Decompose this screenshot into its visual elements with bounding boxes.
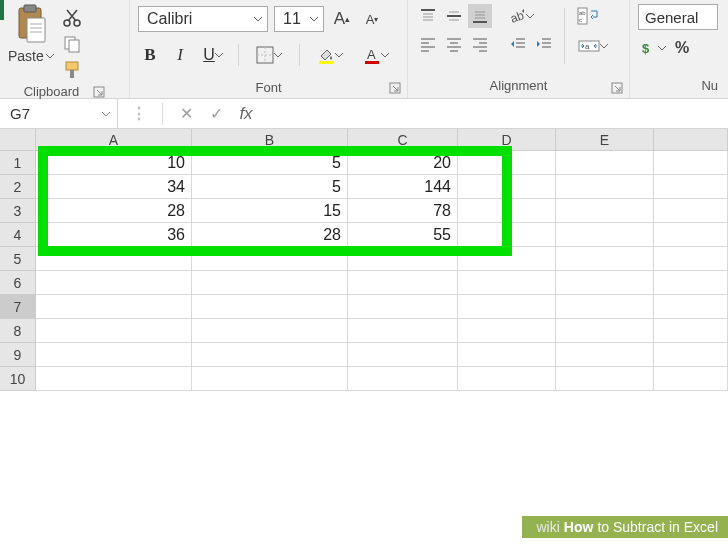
align-middle-icon[interactable] (442, 4, 466, 28)
row-header[interactable]: 3 (0, 199, 36, 223)
cell[interactable] (458, 271, 556, 295)
font-size-combo[interactable]: 11 (274, 6, 324, 32)
cell[interactable] (36, 271, 192, 295)
bold-button[interactable]: B (138, 43, 162, 67)
cell[interactable]: 28 (36, 199, 192, 223)
increase-indent-icon[interactable] (532, 32, 556, 56)
cell[interactable] (458, 223, 556, 247)
merge-center-button[interactable]: a (573, 34, 613, 58)
cell[interactable]: 28 (192, 223, 348, 247)
select-all-corner[interactable] (0, 129, 36, 151)
dialog-launcher-icon[interactable] (389, 82, 401, 94)
cell[interactable]: 20 (348, 151, 458, 175)
row-header[interactable]: 8 (0, 319, 36, 343)
cell[interactable]: 5 (192, 175, 348, 199)
decrease-indent-icon[interactable] (506, 32, 530, 56)
fill-color-button[interactable] (310, 43, 350, 67)
cell[interactable] (654, 271, 728, 295)
align-bottom-icon[interactable] (468, 4, 492, 28)
cell[interactable] (348, 271, 458, 295)
cell[interactable]: 10 (36, 151, 192, 175)
cell[interactable] (556, 343, 654, 367)
cell[interactable] (458, 343, 556, 367)
col-header[interactable]: D (458, 129, 556, 151)
borders-button[interactable] (249, 43, 289, 67)
cell[interactable] (556, 247, 654, 271)
enter-icon[interactable]: ✓ (203, 104, 229, 123)
decrease-font-icon[interactable]: A▾ (360, 7, 384, 31)
cell[interactable] (556, 271, 654, 295)
cell[interactable] (654, 367, 728, 391)
dialog-launcher-icon[interactable] (93, 86, 105, 98)
cell[interactable] (654, 151, 728, 175)
format-painter-icon[interactable] (62, 60, 82, 80)
col-header[interactable]: E (556, 129, 654, 151)
dots-icon[interactable]: ⋮ (126, 104, 152, 123)
cell[interactable] (192, 247, 348, 271)
cell[interactable] (654, 247, 728, 271)
cell[interactable] (348, 343, 458, 367)
cell[interactable] (192, 295, 348, 319)
cell[interactable] (36, 247, 192, 271)
row-header[interactable]: 4 (0, 223, 36, 247)
row-header[interactable]: 10 (0, 367, 36, 391)
cell[interactable] (556, 295, 654, 319)
font-color-button[interactable]: A (356, 43, 396, 67)
cell[interactable] (458, 199, 556, 223)
dialog-launcher-icon[interactable] (611, 82, 623, 94)
cancel-icon[interactable]: ✕ (173, 104, 199, 123)
orientation-button[interactable]: ab (506, 4, 536, 28)
cell[interactable]: 78 (348, 199, 458, 223)
cell[interactable] (654, 295, 728, 319)
col-header[interactable]: A (36, 129, 192, 151)
cell[interactable] (654, 199, 728, 223)
underline-button[interactable]: U (198, 43, 228, 67)
align-left-icon[interactable] (416, 32, 440, 56)
cell[interactable] (654, 319, 728, 343)
cell[interactable] (458, 247, 556, 271)
cell[interactable] (654, 343, 728, 367)
font-name-combo[interactable]: Calibri (138, 6, 268, 32)
cell[interactable] (556, 175, 654, 199)
cell[interactable] (348, 319, 458, 343)
cell[interactable]: 36 (36, 223, 192, 247)
col-header[interactable]: B (192, 129, 348, 151)
cell[interactable]: 34 (36, 175, 192, 199)
cell[interactable] (556, 223, 654, 247)
cell[interactable]: 5 (192, 151, 348, 175)
copy-icon[interactable] (62, 34, 82, 54)
increase-font-icon[interactable]: A▴ (330, 7, 354, 31)
name-box[interactable]: G7 (0, 99, 118, 128)
cell[interactable] (192, 319, 348, 343)
col-header[interactable]: C (348, 129, 458, 151)
cell[interactable] (192, 343, 348, 367)
col-header[interactable] (654, 129, 728, 151)
wrap-text-button[interactable]: abc (573, 4, 603, 28)
align-center-icon[interactable] (442, 32, 466, 56)
accounting-format-button[interactable]: $ (638, 36, 668, 60)
cell[interactable] (556, 319, 654, 343)
align-right-icon[interactable] (468, 32, 492, 56)
row-header[interactable]: 5 (0, 247, 36, 271)
row-header[interactable]: 2 (0, 175, 36, 199)
row-header[interactable]: 9 (0, 343, 36, 367)
row-header[interactable]: 6 (0, 271, 36, 295)
paste-button[interactable]: Paste (8, 4, 54, 64)
row-header[interactable]: 7 (0, 295, 36, 319)
cell[interactable]: 144 (348, 175, 458, 199)
cut-icon[interactable] (62, 8, 82, 28)
cell[interactable] (192, 271, 348, 295)
cell[interactable] (556, 199, 654, 223)
cell[interactable] (556, 151, 654, 175)
cell[interactable]: 15 (192, 199, 348, 223)
cell[interactable] (458, 175, 556, 199)
number-format-combo[interactable]: General (638, 4, 718, 30)
cell[interactable] (348, 295, 458, 319)
cell[interactable] (458, 151, 556, 175)
cell[interactable] (192, 367, 348, 391)
cell[interactable] (458, 319, 556, 343)
row-header[interactable]: 1 (0, 151, 36, 175)
cell[interactable] (458, 295, 556, 319)
align-top-icon[interactable] (416, 4, 440, 28)
cell[interactable] (36, 367, 192, 391)
